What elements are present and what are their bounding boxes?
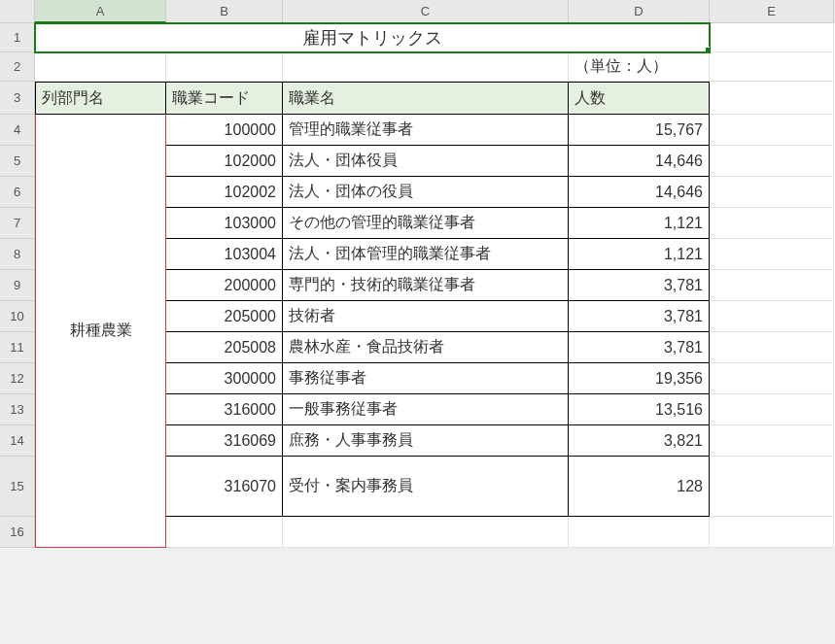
row-header-8[interactable]: 8 — [0, 239, 35, 270]
count-11[interactable]: 128 — [569, 457, 710, 517]
count-4[interactable]: 1,121 — [569, 239, 710, 270]
row-header-9[interactable]: 9 — [0, 270, 35, 301]
row-header-3[interactable]: 3 — [0, 82, 35, 115]
code-9[interactable]: 316000 — [166, 394, 283, 425]
code-6[interactable]: 205000 — [166, 301, 283, 332]
cell-C2[interactable] — [283, 52, 569, 82]
row-header-6[interactable]: 6 — [0, 177, 35, 208]
count-0[interactable]: 15,767 — [569, 115, 710, 146]
row-header-7[interactable]: 7 — [0, 208, 35, 239]
count-6[interactable]: 3,781 — [569, 301, 710, 332]
code-11[interactable]: 316070 — [166, 457, 283, 517]
row-header-14[interactable]: 14 — [0, 425, 35, 457]
code-3[interactable]: 103000 — [166, 208, 283, 239]
cell-E3[interactable] — [710, 82, 834, 115]
spreadsheet[interactable]: A B C D E 1 雇用マトリックス 2 （単位：人） 3 列部門名 職業コ… — [0, 0, 835, 548]
header-col-b[interactable]: 職業コード — [166, 82, 283, 115]
count-7[interactable]: 3,781 — [569, 332, 710, 363]
count-2[interactable]: 14,646 — [569, 177, 710, 208]
col-header-A[interactable]: A — [35, 0, 166, 23]
count-3[interactable]: 1,121 — [569, 208, 710, 239]
name-6[interactable]: 技術者 — [283, 301, 569, 332]
row-header-10[interactable]: 10 — [0, 301, 35, 332]
sector-merged-cell[interactable]: 耕種農業 — [35, 115, 166, 548]
cell-E9[interactable] — [710, 270, 834, 301]
cell-E7[interactable] — [710, 208, 834, 239]
col-header-B[interactable]: B — [166, 0, 283, 23]
row-header-5[interactable]: 5 — [0, 146, 35, 177]
code-4[interactable]: 103004 — [166, 239, 283, 270]
name-8[interactable]: 事務従事者 — [283, 363, 569, 394]
header-col-c[interactable]: 職業名 — [283, 82, 569, 115]
row-header-16[interactable]: 16 — [0, 517, 35, 548]
name-2[interactable]: 法人・団体の役員 — [283, 177, 569, 208]
cell-E4[interactable] — [710, 115, 834, 146]
row-header-11[interactable]: 11 — [0, 332, 35, 363]
cell-E11[interactable] — [710, 332, 834, 363]
name-7[interactable]: 農林水産・食品技術者 — [283, 332, 569, 363]
col-header-C[interactable]: C — [283, 0, 569, 23]
row-3: 3 列部門名 職業コード 職業名 人数 — [0, 82, 835, 115]
name-1[interactable]: 法人・団体役員 — [283, 146, 569, 177]
cell-E14[interactable] — [710, 425, 834, 457]
col-header-D[interactable]: D — [569, 0, 710, 23]
sector-label: 耕種農業 — [70, 321, 132, 341]
count-5[interactable]: 3,781 — [569, 270, 710, 301]
col-header-E[interactable]: E — [710, 0, 834, 23]
name-11[interactable]: 受付・案内事務員 — [283, 457, 569, 517]
code-2[interactable]: 102002 — [166, 177, 283, 208]
name-9[interactable]: 一般事務従事者 — [283, 394, 569, 425]
count-1[interactable]: 14,646 — [569, 146, 710, 177]
cell-B16[interactable] — [166, 517, 283, 548]
cell-E15[interactable] — [710, 457, 834, 517]
count-8[interactable]: 19,356 — [569, 363, 710, 394]
count-9[interactable]: 13,516 — [569, 394, 710, 425]
row-header-13[interactable]: 13 — [0, 394, 35, 425]
code-10[interactable]: 316069 — [166, 425, 283, 457]
code-7[interactable]: 205008 — [166, 332, 283, 363]
count-10[interactable]: 3,821 — [569, 425, 710, 457]
code-1[interactable]: 102000 — [166, 146, 283, 177]
row-header-4[interactable]: 4 — [0, 115, 35, 146]
header-col-a[interactable]: 列部門名 — [35, 82, 166, 115]
column-headers-row: A B C D E — [0, 0, 835, 23]
row-2: 2 （単位：人） — [0, 52, 835, 82]
cell-E16[interactable] — [710, 517, 834, 548]
name-5[interactable]: 専門的・技術的職業従事者 — [283, 270, 569, 301]
name-10[interactable]: 庶務・人事事務員 — [283, 425, 569, 457]
row-1: 1 雇用マトリックス — [0, 23, 835, 52]
code-8[interactable]: 300000 — [166, 363, 283, 394]
cell-E1[interactable] — [710, 23, 834, 52]
code-5[interactable]: 200000 — [166, 270, 283, 301]
row-header-1[interactable]: 1 — [0, 23, 35, 52]
select-all-corner[interactable] — [0, 0, 35, 23]
cell-B2[interactable] — [166, 52, 283, 82]
cell-E6[interactable] — [710, 177, 834, 208]
name-3[interactable]: その他の管理的職業従事者 — [283, 208, 569, 239]
cell-C16[interactable] — [283, 517, 569, 548]
unit-label[interactable]: （単位：人） — [569, 52, 710, 82]
row-header-2[interactable]: 2 — [0, 52, 35, 82]
name-0[interactable]: 管理的職業従事者 — [283, 115, 569, 146]
cell-E12[interactable] — [710, 363, 834, 394]
title-cell[interactable]: 雇用マトリックス — [35, 23, 710, 52]
cell-D16[interactable] — [569, 517, 710, 548]
name-4[interactable]: 法人・団体管理的職業従事者 — [283, 239, 569, 270]
cell-E10[interactable] — [710, 301, 834, 332]
cell-E13[interactable] — [710, 394, 834, 425]
code-0[interactable]: 100000 — [166, 115, 283, 146]
cell-E5[interactable] — [710, 146, 834, 177]
cell-E8[interactable] — [710, 239, 834, 270]
row-header-15[interactable]: 15 — [0, 457, 35, 517]
cell-A2[interactable] — [35, 52, 166, 82]
row-header-12[interactable]: 12 — [0, 363, 35, 394]
header-col-d[interactable]: 人数 — [569, 82, 710, 115]
cell-E2[interactable] — [710, 52, 834, 82]
